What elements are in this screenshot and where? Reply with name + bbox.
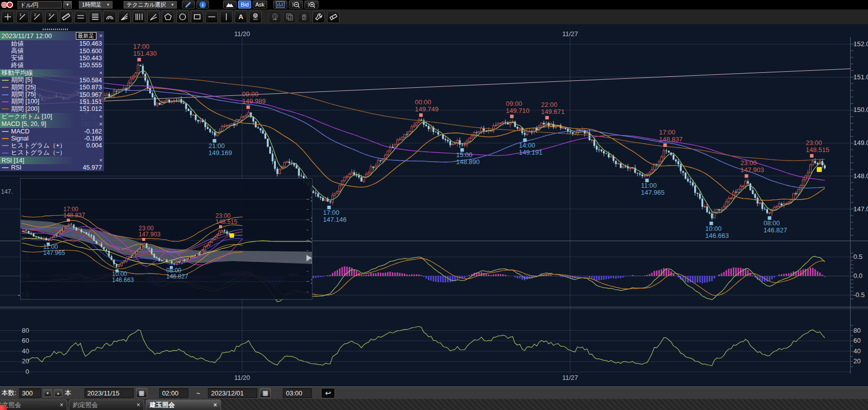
svg-text:15:00: 15:00 [456,151,473,159]
svg-text:148.515: 148.515 [806,146,829,154]
svg-text:0: 0 [26,368,29,375]
svg-text:151.0: 151.0 [853,73,868,81]
indicator-section-header: RSI [14]× [0,157,104,164]
mountain-icon [226,1,234,8]
date-to-input[interactable]: 2023/12/01 [208,388,257,398]
reload-range-button[interactable]: ↩ [321,388,335,398]
horizontal-line-tool[interactable] [205,11,218,23]
close-icon[interactable]: × [99,114,102,119]
tick-chart-button[interactable] [273,1,287,9]
timeframe-select[interactable]: 1時間足 ▼ [79,1,113,9]
zoom-in-button[interactable] [304,1,318,9]
trendline1-tool[interactable]: 1 [16,11,29,23]
series-swatch [2,87,9,88]
rectangle-tool[interactable] [191,11,203,23]
ruler-tool[interactable] [60,11,72,23]
close-icon[interactable]: × [99,33,102,39]
series-swatch [2,108,9,109]
low-annotation: 08:00146.827 [166,266,188,280]
fib-fan-tool[interactable] [118,11,131,23]
low-annotation: 14:00149.191 [519,139,542,156]
date-from-input[interactable]: 2023/11/15 [84,388,134,398]
fib-retracement-tool[interactable] [89,11,101,23]
svg-text:09:00: 09:00 [506,100,522,107]
trendline2-tool[interactable]: 2 [31,11,43,23]
close-icon[interactable]: × [137,402,140,408]
svg-text:146.827: 146.827 [166,273,188,280]
vertical-line-tool[interactable] [220,11,233,23]
calendar-icon[interactable]: ▦ [136,388,147,398]
close-icon[interactable]: × [99,158,102,163]
zoom-out-button[interactable] [289,1,303,9]
svg-text:09:00: 09:00 [242,90,259,98]
currency-pair-field[interactable]: ドル/円 [18,1,62,9]
fib-timezone-tool[interactable] [133,11,145,23]
calendar-icon[interactable]: ▦ [260,388,271,398]
svg-text:148.837: 148.837 [63,212,85,219]
wrench-tool[interactable] [312,11,325,23]
indicator-section-header: MACD [5, 20, 9]× [0,120,104,128]
inset-chart-window[interactable]: 150.0149.0148.0147.0146.0145.017:00148.8… [20,178,312,300]
fib-arc-tool[interactable] [103,11,116,23]
eraser-tool[interactable] [327,11,340,23]
series-swatch [2,167,9,168]
svg-text:0.0: 0.0 [853,272,862,280]
series-swatch [2,131,9,132]
timeframe-label: 1時間足 [79,1,104,9]
time-from-input[interactable]: 02:00 [159,388,188,398]
svg-text:22:00: 22:00 [541,101,558,108]
close-icon[interactable]: × [60,402,63,408]
svg-text:08:00: 08:00 [764,219,780,227]
zoom-in-icon [307,1,316,9]
angle-line-tool[interactable] [147,11,160,23]
panel-drag-handle[interactable] [43,29,69,30]
high-annotation: 17:00148.837 [659,128,683,147]
draw-mode-button[interactable] [182,1,195,9]
close-icon[interactable]: × [99,121,102,127]
svg-text:11/20: 11/20 [234,30,250,38]
bars-unit-label: 本 [65,388,71,397]
svg-text:147.965: 147.965 [641,189,665,196]
pentagon-tool[interactable] [162,11,174,23]
technical-label: テクニカル選択 [124,1,168,9]
svg-text:14:00: 14:00 [519,142,535,149]
bars-count-up-button[interactable]: ▲ [54,389,62,397]
current-price-marker [817,167,822,172]
svg-text:00:00: 00:00 [415,98,431,106]
technical-select[interactable]: テクニカル選択 ▼ [124,1,177,9]
text-tool[interactable]: A [235,11,247,23]
svg-text:11:00: 11:00 [641,182,657,189]
chevron-down-icon: ▼ [104,3,112,7]
bars-count-down-button[interactable]: ▼ [44,389,52,397]
low-annotation: 10:00146.663 [705,222,729,239]
bid-button[interactable]: Bid [238,1,251,9]
svg-text:149.749: 149.749 [415,105,439,113]
svg-text:149.169: 149.169 [208,149,232,157]
latest-bar-badge: 最新足 [76,32,96,40]
svg-text:147.0: 147.0 [853,205,868,213]
info-button[interactable]: i [196,1,209,9]
tab-2[interactable]: 約定照会× [69,399,144,410]
indicator-section-header: ピークボトム [10]× [0,113,104,120]
crosshair-tool[interactable] [2,11,14,23]
svg-text:80: 80 [22,327,29,334]
close-icon[interactable]: × [99,70,102,76]
close-icon[interactable]: × [213,402,217,408]
low-annotation: 21:00149.169 [208,139,232,157]
currency-pair-dropdown-button[interactable]: ▼ [63,1,72,9]
trendline3-tool[interactable]: 3 [45,11,58,23]
svg-text:17:00: 17:00 [659,128,676,136]
time-to-input[interactable]: 03:00 [283,388,312,398]
ask-button[interactable]: Ask [253,1,267,9]
ellipse-tool[interactable] [176,11,189,23]
chart-region[interactable]: 11/2011/2011/2711/27152.0151.0150.0149.0… [0,24,868,386]
chart-style-button[interactable] [223,1,237,9]
svg-text:147.146: 147.146 [323,216,347,223]
svg-text:11/27: 11/27 [562,374,578,381]
icon-stamp-tool[interactable]: icon [249,11,262,23]
bars-count-input[interactable]: 300 [19,388,41,398]
tab-1[interactable]: 注文照会× [0,399,67,410]
parallel-lines-tool[interactable] [74,11,87,23]
tab-3[interactable]: 建玉照会× [146,399,221,410]
series-swatch [2,145,9,146]
